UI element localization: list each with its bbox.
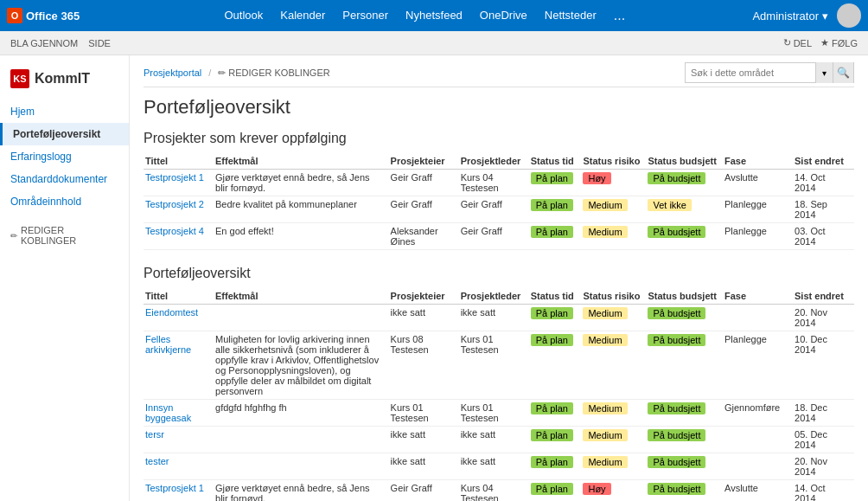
col-header-effektmal-2: Effektmål <box>214 288 389 305</box>
main-container: KS KommIT Hjem Porteføljeoversikt Erfari… <box>0 55 868 501</box>
sidebar-item-standarddokumenter[interactable]: Standarddokumenter <box>0 168 129 190</box>
side-link[interactable]: SIDE <box>88 38 111 48</box>
cell-fase <box>723 453 793 480</box>
tittel-link[interactable]: Testprosjekt 4 <box>145 226 204 236</box>
cell-status-tid: På plan <box>529 480 582 502</box>
folg-action[interactable]: ★ FØLG <box>820 37 858 48</box>
cell-fase: Avslutte <box>723 480 793 502</box>
cell-effektmal: Bedre kvalitet på kommuneplaner <box>214 196 389 223</box>
status-budsjett-badge: På budsjett <box>648 402 705 414</box>
cell-leder: Kurs 01 Testesen <box>459 331 529 400</box>
cell-status-risiko: Medium <box>581 427 646 453</box>
sidebar-item-portefolje[interactable]: Porteføljeoversikt <box>0 123 129 145</box>
cell-status-budsjett: På budsjett <box>646 170 723 196</box>
cell-effektmal <box>214 305 389 331</box>
col-header-leder-1: Prosjektleder <box>459 153 529 170</box>
tittel-link[interactable]: Testprosjekt 1 <box>145 483 204 493</box>
cell-effektmal: En god effekt! <box>214 223 389 250</box>
table-row: Testprosjekt 1 Gjøre verktøyet ennå bedr… <box>144 480 854 502</box>
nav-personer[interactable]: Personer <box>342 9 388 22</box>
cell-status-risiko: Høy <box>581 480 646 502</box>
avatar[interactable] <box>837 3 861 28</box>
cell-fase: Planlegge <box>723 223 793 250</box>
kommit-logo-text: KommIT <box>35 71 90 87</box>
nav-onedrive[interactable]: OneDrive <box>480 9 527 22</box>
cell-sist-endret: 10. Dec 2014 <box>793 331 854 400</box>
breadcrumb-edit-label: REDIGER KOBLINGER <box>228 67 329 78</box>
breadcrumb-separator: / <box>208 67 211 78</box>
breadcrumb-edit-link[interactable]: ✏ REDIGER KOBLINGER <box>218 67 329 79</box>
sidebar-edit-label: REDIGER KOBLINGER <box>21 225 118 246</box>
cell-eier: Kurs 08 Testesen <box>389 331 459 400</box>
del-action[interactable]: ↻ DEL <box>783 37 812 48</box>
secondary-bar: BLA GJENNOM SIDE ↻ DEL ★ FØLG <box>0 31 868 55</box>
office365-logo: O Office 365 <box>7 8 80 23</box>
col-header-stid-1: Status tid <box>529 153 582 170</box>
cell-status-tid: På plan <box>529 400 582 427</box>
sidebar-edit-links[interactable]: ✏ REDIGER KOBLINGER <box>0 218 129 253</box>
col-header-tittel-1: Tittel <box>144 153 214 170</box>
cell-status-budsjett: På budsjett <box>646 305 723 331</box>
sidebar-item-erfaringslogg[interactable]: Erfaringslogg <box>0 145 129 168</box>
search-arrow-button[interactable]: ▾ <box>815 62 833 83</box>
cell-effektmal: Gjøre verktøyet ennå bedre, så Jens blir… <box>214 170 389 196</box>
search-input[interactable] <box>686 67 815 78</box>
cell-effektmal <box>214 427 389 453</box>
status-budsjett-badge: På budsjett <box>648 456 705 468</box>
nav-more[interactable]: ... <box>614 9 625 22</box>
cell-sist-endret: 14. Oct 2014 <box>793 480 854 502</box>
status-tid-badge: På plan <box>531 402 573 414</box>
cell-leder: ikke satt <box>459 305 529 331</box>
nav-outlook[interactable]: Outlook <box>224 9 263 22</box>
breadcrumb-pencil-icon: ✏ <box>218 67 226 79</box>
status-budsjett-badge: På budsjett <box>648 307 705 319</box>
cell-sist-endret: 05. Dec 2014 <box>793 427 854 453</box>
tittel-link[interactable]: Innsyn byggeasak <box>145 402 191 423</box>
cell-status-budsjett: På budsjett <box>646 223 723 250</box>
cell-fase: Avslutte <box>723 170 793 196</box>
status-risiko-badge: Medium <box>583 307 627 319</box>
cell-leder: ikke satt <box>459 427 529 453</box>
bla-gjennom-link[interactable]: BLA GJENNOM <box>10 38 78 48</box>
status-tid-badge: På plan <box>531 334 573 346</box>
table-row: Felles arkivkjerne Muligheten for lovlig… <box>144 331 854 400</box>
cell-status-risiko: Medium <box>581 223 646 250</box>
cell-tittel: Testprosjekt 4 <box>144 223 214 250</box>
cell-sist-endret: 20. Nov 2014 <box>793 305 854 331</box>
secondary-actions: ↻ DEL ★ FØLG <box>783 37 858 48</box>
col-header-leder-2: Prosjektleder <box>459 288 529 305</box>
cell-sist-endret: 03. Oct 2014 <box>793 223 854 250</box>
search-button[interactable]: 🔍 <box>833 62 853 83</box>
cell-effektmal: Gjøre verktøyet ennå bedre, så Jens blir… <box>214 480 389 502</box>
admin-label: Administrator <box>752 10 819 22</box>
table-row: Eiendomtest ikke satt ikke satt På plan … <box>144 305 854 331</box>
col-header-tittel-2: Tittel <box>144 288 214 305</box>
tittel-link[interactable]: tester <box>145 456 169 466</box>
nav-nettsteder[interactable]: Nettsteder <box>545 9 597 22</box>
sidebar-item-omradeinnhold[interactable]: Områdeinnhold <box>0 190 129 213</box>
cell-status-risiko: Medium <box>581 453 646 480</box>
cell-tittel: Testprosjekt 1 <box>144 480 214 502</box>
admin-button[interactable]: Administrator ▾ <box>752 10 828 22</box>
tittel-link[interactable]: Felles arkivkjerne <box>145 334 191 355</box>
tittel-link[interactable]: Testprosjekt 1 <box>145 172 204 183</box>
cell-status-tid: På plan <box>529 453 582 480</box>
tittel-link[interactable]: tersr <box>145 429 164 440</box>
breadcrumb-portal-link[interactable]: Prosjektportal <box>144 67 201 78</box>
table-row: tester ikke satt ikke satt På plan Mediu… <box>144 453 854 480</box>
tittel-link[interactable]: Eiendomtest <box>145 307 198 318</box>
del-label: DEL <box>794 38 812 48</box>
nav-nyhetsfeed[interactable]: Nyhetsfeed <box>405 9 463 22</box>
sidebar-item-hjem[interactable]: Hjem <box>0 100 129 123</box>
cell-leder: Geir Graff <box>459 223 529 250</box>
cell-leder: Geir Graff <box>459 196 529 223</box>
table-row: Testprosjekt 4 En god effekt! Aleksander… <box>144 223 854 250</box>
nav-kalender[interactable]: Kalender <box>280 9 325 22</box>
status-risiko-badge: Medium <box>583 334 627 346</box>
secondary-breadcrumb: BLA GJENNOM SIDE <box>10 38 111 48</box>
cell-status-budsjett: Vet ikke <box>646 196 723 223</box>
cell-sist-endret: 20. Nov 2014 <box>793 453 854 480</box>
top-nav-right: Administrator ▾ <box>752 3 861 28</box>
tittel-link[interactable]: Testprosjekt 2 <box>145 199 204 209</box>
status-tid-badge: På plan <box>531 199 573 211</box>
